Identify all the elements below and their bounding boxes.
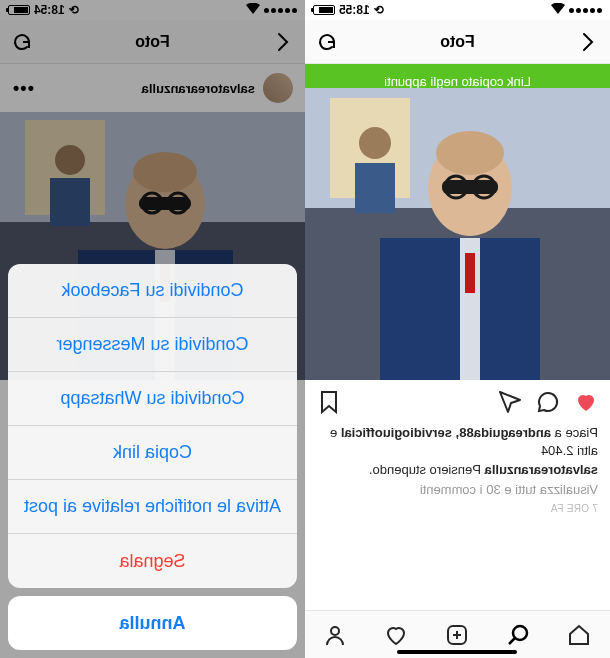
sheet-enable-notifications[interactable]: Attiva le notifiche relative ai post xyxy=(8,480,297,534)
status-indicator: ⟳ xyxy=(374,3,384,17)
svg-rect-12 xyxy=(465,253,475,293)
comment-icon[interactable] xyxy=(536,390,560,414)
send-icon[interactable] xyxy=(498,390,522,414)
svg-line-14 xyxy=(510,638,516,644)
svg-point-3 xyxy=(359,127,391,159)
sheet-group: Condividi su Facebook Condividi su Messe… xyxy=(8,264,297,588)
sheet-cancel[interactable]: Annulla xyxy=(8,596,297,650)
nav-header: Foto xyxy=(305,20,610,64)
tab-activity-icon[interactable] xyxy=(384,622,410,648)
likes-line: Piace a andreaguida88, servidiogiuoffici… xyxy=(317,424,598,459)
svg-rect-26 xyxy=(139,197,191,210)
page-title: Foto xyxy=(135,33,170,51)
svg-rect-7 xyxy=(442,180,498,194)
refresh-icon[interactable] xyxy=(10,30,34,54)
screenshot-right: ⟳ 18:54 Foto salvatorearanzulla ••• xyxy=(0,0,305,658)
screenshot-left: ⟳ 18:55 Foto Link copiato negli appunti xyxy=(305,0,610,658)
back-icon[interactable] xyxy=(576,30,600,54)
post-action-row xyxy=(305,380,610,424)
sheet-share-whatsapp[interactable]: Condividi su Whatsapp xyxy=(8,372,297,426)
like-icon[interactable] xyxy=(574,390,598,414)
sheet-share-messenger[interactable]: Condividi su Messenger xyxy=(8,318,297,372)
svg-point-18 xyxy=(332,627,340,635)
svg-rect-4 xyxy=(355,163,395,213)
status-indicator: ⟳ xyxy=(69,3,79,17)
caption-line: salvatorearanzulla Pensiero stupendo. xyxy=(317,461,598,479)
user-row[interactable]: salvatorearanzulla ••• xyxy=(0,64,305,112)
more-icon[interactable]: ••• xyxy=(12,78,34,99)
action-sheet: Condividi su Facebook Condividi su Messe… xyxy=(8,264,297,650)
status-time: 18:55 xyxy=(339,3,370,17)
sheet-report[interactable]: Segnala xyxy=(8,534,297,588)
svg-point-6 xyxy=(436,131,504,175)
caption-block: Piace a andreaguida88, servidiogiuoffici… xyxy=(305,424,610,524)
wifi-icon xyxy=(551,3,565,17)
home-indicator xyxy=(398,650,518,654)
caption-text: Pensiero stupendo. xyxy=(369,462,485,477)
page-title: Foto xyxy=(440,33,475,51)
wifi-icon xyxy=(246,3,260,17)
tab-add-icon[interactable] xyxy=(445,622,471,648)
sheet-share-facebook[interactable]: Condividi su Facebook xyxy=(8,264,297,318)
nav-header: Foto xyxy=(0,20,305,64)
tab-profile-icon[interactable] xyxy=(323,622,349,648)
back-icon[interactable] xyxy=(271,30,295,54)
post-username[interactable]: salvatorearanzulla xyxy=(42,81,255,96)
post-photo[interactable] xyxy=(305,88,610,380)
signal-icon xyxy=(264,8,297,13)
tab-home-icon[interactable] xyxy=(567,622,593,648)
caption-username[interactable]: salvatorearanzulla xyxy=(485,462,598,477)
sheet-copy-link[interactable]: Copia link xyxy=(8,426,297,480)
tab-search-icon[interactable] xyxy=(506,622,532,648)
svg-point-25 xyxy=(133,152,197,192)
svg-point-22 xyxy=(55,145,85,175)
status-time: 18:54 xyxy=(34,3,65,17)
status-bar: ⟳ 18:55 xyxy=(305,0,610,20)
svg-rect-23 xyxy=(50,178,90,226)
status-bar: ⟳ 18:54 xyxy=(0,0,305,20)
view-comments-link[interactable]: Visualizza tutti e 30 i commenti xyxy=(317,481,598,499)
svg-point-13 xyxy=(514,626,528,640)
bookmark-icon[interactable] xyxy=(317,390,341,414)
timestamp: 7 ORE FA xyxy=(317,502,598,516)
battery-icon xyxy=(313,5,335,15)
refresh-icon[interactable] xyxy=(315,30,339,54)
signal-icon xyxy=(569,8,602,13)
battery-icon xyxy=(8,5,30,15)
avatar[interactable] xyxy=(263,73,293,103)
